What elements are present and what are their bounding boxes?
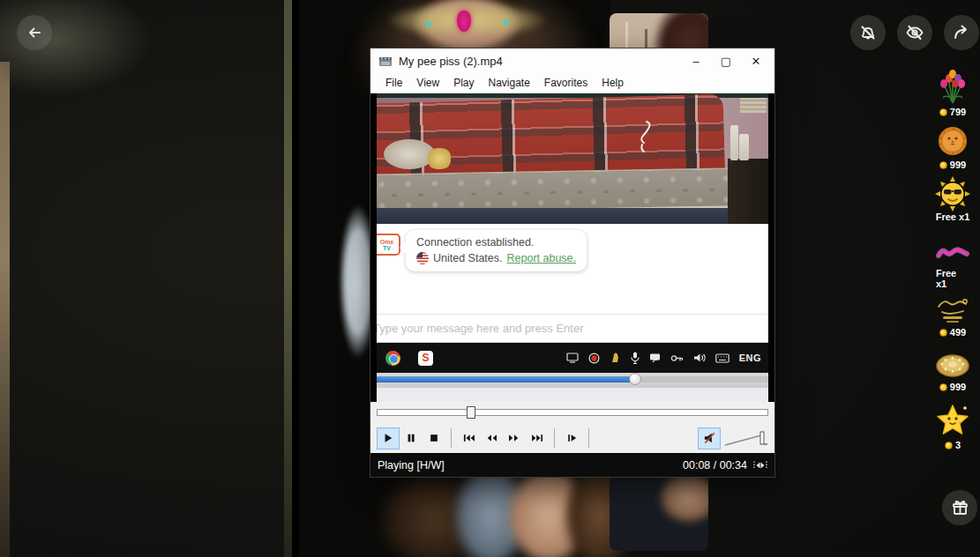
microphone-icon [631, 352, 640, 364]
gift-price: 999 [950, 160, 966, 170]
keyboard-icon [715, 353, 729, 363]
menu-file[interactable]: File [378, 75, 409, 92]
video-edge [284, 0, 292, 557]
wall-hanging [740, 98, 767, 113]
coin-icon [939, 329, 947, 337]
record-icon [588, 353, 600, 364]
sun-sunglasses-icon [935, 176, 970, 212]
dresser [728, 159, 768, 224]
volume-slider[interactable] [722, 428, 768, 448]
media-player-app-icon [378, 55, 393, 69]
country-text: United States. [433, 252, 503, 264]
mute-speaker-icon [703, 432, 716, 444]
coin-icon [939, 161, 947, 169]
fast-forward-icon [508, 433, 520, 443]
candle [730, 125, 738, 160]
arrow-left-icon [26, 24, 43, 41]
skip-start-button[interactable] [457, 427, 480, 449]
report-abuse-link[interactable]: Report abuse. [507, 252, 577, 264]
pink-neon-word-icon [936, 245, 969, 261]
gift-cute-star[interactable]: 3 [935, 404, 970, 450]
seek-bar[interactable] [377, 409, 768, 416]
gift-price: 799 [950, 107, 966, 117]
gift-tulip-bouquet[interactable]: 799 [936, 67, 969, 117]
video-frame: Ome TV Connection established. [377, 93, 768, 402]
gift-price: 3 [955, 440, 961, 450]
in-video-footer-area [377, 388, 768, 402]
menu-help[interactable]: Help [595, 75, 631, 92]
play-button[interactable] [377, 427, 400, 449]
chrome-icon [385, 351, 400, 366]
language-indicator[interactable]: ENG [739, 353, 761, 363]
red-s-app-icon: S [418, 351, 433, 366]
gold-plate-icon [935, 353, 970, 379]
pause-button[interactable] [400, 427, 423, 449]
crown-gem [457, 11, 471, 32]
crown-stone [425, 21, 431, 27]
divider [554, 428, 555, 448]
seek-thumb[interactable] [467, 406, 475, 419]
playback-controls [370, 423, 774, 453]
input-placeholder: Type your message here and press Enter [377, 322, 583, 335]
status-audio-icon [753, 460, 767, 471]
rewind-button[interactable] [480, 427, 503, 449]
tulip-bouquet-icon [936, 67, 969, 104]
time-display: 00:08 / 00:34 [683, 459, 747, 472]
logo-text: TV [383, 245, 391, 251]
gift-pink-neon-word[interactable]: Free x1 [936, 245, 969, 289]
bell-off-icon [859, 24, 877, 41]
logo-text: Ome [380, 239, 394, 245]
coin-icon [945, 442, 953, 449]
menu-bar: File View Play Navigate Favorites Help [370, 74, 774, 93]
screen-cast-icon [566, 353, 579, 363]
back-button[interactable] [17, 15, 52, 50]
fast-forward-button[interactable] [503, 427, 526, 449]
speaker-icon [693, 353, 706, 363]
divider [588, 428, 589, 448]
stop-icon [429, 433, 439, 443]
play-icon [383, 433, 393, 443]
self-person-neck [658, 472, 708, 524]
crown-stone [503, 19, 509, 26]
sound-off-button[interactable] [850, 15, 886, 50]
menu-favorites[interactable]: Favorites [537, 75, 595, 92]
ome-tv-logo: Ome TV [377, 234, 400, 256]
seek-progress [378, 410, 471, 415]
menu-play[interactable]: Play [446, 75, 481, 92]
video-display-area[interactable]: Ome TV Connection established. [370, 93, 774, 402]
close-button[interactable]: ✕ [741, 50, 771, 72]
video-letterbox [292, 0, 299, 557]
gift-gold-plate[interactable]: 999 [935, 353, 970, 392]
chat-panel: Ome TV Connection established. [377, 224, 768, 314]
pause-icon [406, 433, 416, 443]
coin-icon [939, 383, 947, 391]
skip-start-icon [462, 433, 475, 443]
window-title: My pee piss (2).mp4 [399, 55, 681, 68]
skip-end-icon [531, 433, 544, 443]
divider [451, 428, 452, 448]
key-icon [670, 353, 684, 363]
title-bar[interactable]: My pee piss (2).mp4 – ▢ ✕ [370, 48, 774, 74]
skip-end-button[interactable] [526, 427, 549, 449]
in-video-progress-knob[interactable] [629, 373, 641, 385]
minimize-button[interactable]: – [681, 50, 711, 72]
connection-status-text: Connection established. [416, 236, 576, 249]
menu-view[interactable]: View [409, 75, 446, 92]
maximize-button[interactable]: ▢ [711, 50, 741, 72]
eye-off-icon [905, 23, 924, 42]
menu-navigate[interactable]: Navigate [481, 75, 536, 92]
us-flag-icon [416, 252, 429, 264]
seek-bar-row [370, 402, 774, 423]
stop-button[interactable] [423, 427, 445, 449]
gift-sun-with-sunglasses[interactable]: Free x1 [935, 176, 970, 222]
mute-button[interactable] [698, 427, 721, 449]
gift-lion[interactable]: 999 [937, 125, 969, 170]
message-input[interactable]: Type your message here and press Enter [377, 314, 768, 343]
gift-ramadan-calligraphy[interactable]: 499 [935, 296, 970, 338]
media-player-window: My pee piss (2).mp4 – ▢ ✕ File View Play… [370, 48, 774, 477]
step-button[interactable] [560, 427, 583, 449]
ramadan-calligraphy-icon [935, 296, 970, 324]
in-video-taskbar: S [377, 343, 768, 373]
cute-star-icon [935, 404, 970, 437]
gift-price: Free x1 [936, 212, 970, 222]
